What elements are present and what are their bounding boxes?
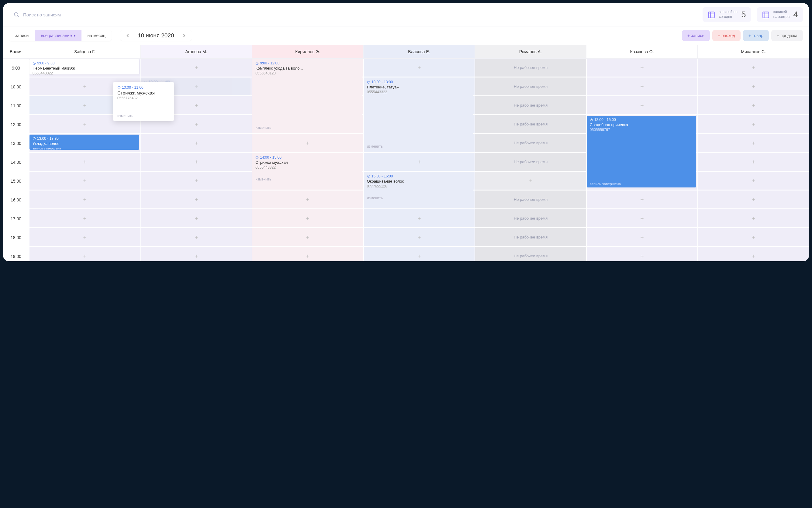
empty-slot[interactable] xyxy=(140,134,252,153)
staff-header[interactable]: Казакова О. xyxy=(586,45,698,58)
add-goods-button[interactable]: + товар xyxy=(743,30,769,41)
appointment-title: Укладка волос xyxy=(33,141,136,146)
empty-slot[interactable] xyxy=(140,228,252,247)
empty-slot[interactable] xyxy=(363,209,475,228)
current-date[interactable]: 10 июня 2020 xyxy=(138,32,174,39)
plus-icon xyxy=(417,160,422,164)
plus-icon xyxy=(640,197,645,202)
staff-header[interactable]: Власова Е. xyxy=(363,45,475,58)
tab-schedule[interactable]: все расписание ▾ xyxy=(35,30,81,41)
empty-slot[interactable] xyxy=(363,153,475,172)
empty-slot[interactable] xyxy=(252,209,363,228)
empty-slot[interactable] xyxy=(586,228,698,247)
empty-slot[interactable] xyxy=(697,190,809,209)
empty-slot[interactable] xyxy=(363,228,475,247)
stat-tomorrow-count: 4 xyxy=(793,10,798,19)
plus-icon xyxy=(640,235,645,240)
empty-slot[interactable] xyxy=(586,96,698,115)
search-input[interactable] xyxy=(23,12,163,17)
staff-header[interactable]: Агапова М. xyxy=(140,45,252,58)
edit-link[interactable]: изменить xyxy=(117,114,133,118)
empty-slot[interactable] xyxy=(697,209,809,228)
empty-slot[interactable] xyxy=(697,78,809,96)
plus-icon xyxy=(640,103,645,108)
empty-slot[interactable] xyxy=(29,153,140,172)
empty-slot[interactable] xyxy=(140,59,252,78)
empty-slot[interactable] xyxy=(140,153,252,172)
appointment-card[interactable]: 13:00 - 13:30Укладка волосзапись заверше… xyxy=(30,135,139,150)
next-arrow-icon[interactable] xyxy=(181,33,187,38)
staff-header[interactable]: Кириллов Э. xyxy=(252,45,363,58)
empty-slot[interactable] xyxy=(586,190,698,209)
empty-slot[interactable] xyxy=(697,172,809,190)
tab-records[interactable]: записи xyxy=(9,30,35,41)
empty-slot[interactable] xyxy=(475,172,586,190)
edit-link[interactable]: изменить xyxy=(367,144,383,149)
empty-slot[interactable] xyxy=(363,59,475,78)
plus-icon xyxy=(82,160,87,164)
empty-slot[interactable] xyxy=(29,247,140,261)
edit-link[interactable]: изменить xyxy=(255,125,271,130)
tab-month[interactable]: на месяц xyxy=(81,30,112,41)
clock-icon xyxy=(367,81,370,84)
empty-slot[interactable] xyxy=(140,247,252,261)
staff-header[interactable]: Романов А. xyxy=(475,45,586,58)
empty-slot[interactable] xyxy=(697,153,809,172)
empty-slot[interactable] xyxy=(140,209,252,228)
view-tabs: записи все расписание ▾ на месяц xyxy=(9,30,112,41)
stat-today: записей на сегодня 5 xyxy=(702,7,751,22)
add-sale-button[interactable]: + продажа xyxy=(771,30,803,41)
appointment-float-card[interactable]: 10:00 - 11:00Стрижка мужская0555776432из… xyxy=(113,82,174,121)
search-box[interactable] xyxy=(9,9,167,20)
plus-icon xyxy=(194,178,199,183)
edit-link[interactable]: изменить xyxy=(255,177,271,181)
plus-icon xyxy=(751,197,756,202)
prev-arrow-icon[interactable] xyxy=(125,33,130,38)
empty-slot[interactable] xyxy=(586,247,698,261)
empty-slot[interactable] xyxy=(29,228,140,247)
stat-today-label: записей на сегодня xyxy=(719,10,737,19)
empty-slot[interactable] xyxy=(29,172,140,190)
staff-header[interactable]: Зайцева Г. xyxy=(29,45,140,58)
clock-icon xyxy=(33,137,36,140)
appointment-card[interactable]: 9:00 - 9:30Перманентный макияж0555443322 xyxy=(30,59,139,75)
empty-slot[interactable] xyxy=(29,190,140,209)
appointment-card[interactable]: 10:00 - 13:00Плетение, татуаж0555443322и… xyxy=(364,78,474,150)
plus-icon xyxy=(194,197,199,202)
empty-slot[interactable] xyxy=(697,134,809,153)
empty-slot[interactable] xyxy=(586,78,698,96)
add-expense-button[interactable]: + расход xyxy=(712,30,740,41)
plus-icon xyxy=(194,103,199,108)
empty-slot[interactable] xyxy=(252,134,363,153)
appointment-card[interactable]: 9:00 - 12:00Комплекс ухода за воло...055… xyxy=(252,59,362,131)
appointment-card[interactable]: 15:00 - 16:00Окрашивание волос0777655126… xyxy=(364,172,474,202)
staff-header[interactable]: Михалков С. xyxy=(697,45,809,58)
empty-slot[interactable] xyxy=(697,59,809,78)
empty-slot[interactable] xyxy=(140,190,252,209)
edit-link[interactable]: изменить xyxy=(367,196,383,200)
time-label: 13:00 xyxy=(3,134,29,153)
empty-slot[interactable] xyxy=(252,228,363,247)
appointment-card[interactable]: 12:00 - 15:00Свадебная прическа050555676… xyxy=(587,116,696,187)
empty-slot[interactable] xyxy=(697,96,809,115)
plus-icon xyxy=(82,84,87,89)
appointment-status: запись завершена xyxy=(590,182,621,186)
empty-slot[interactable] xyxy=(697,115,809,134)
empty-slot[interactable] xyxy=(586,209,698,228)
empty-slot[interactable] xyxy=(29,209,140,228)
empty-slot[interactable] xyxy=(140,172,252,190)
empty-slot[interactable] xyxy=(697,228,809,247)
plus-icon xyxy=(82,122,87,127)
appointment-card[interactable]: 14:00 - 15:00Стрижка мужская0555443322из… xyxy=(252,154,362,182)
empty-slot[interactable] xyxy=(252,247,363,261)
unavailable-cell: Не рабочее время xyxy=(475,96,586,115)
plus-icon xyxy=(82,103,87,108)
empty-slot[interactable] xyxy=(252,190,363,209)
plus-icon xyxy=(194,122,199,127)
add-record-button[interactable]: + запись xyxy=(682,30,710,41)
empty-slot[interactable] xyxy=(586,59,698,78)
empty-slot[interactable] xyxy=(363,247,475,261)
empty-slot[interactable] xyxy=(697,247,809,261)
plus-icon xyxy=(417,254,422,259)
appointment-title: Окрашивание волос xyxy=(367,179,471,183)
